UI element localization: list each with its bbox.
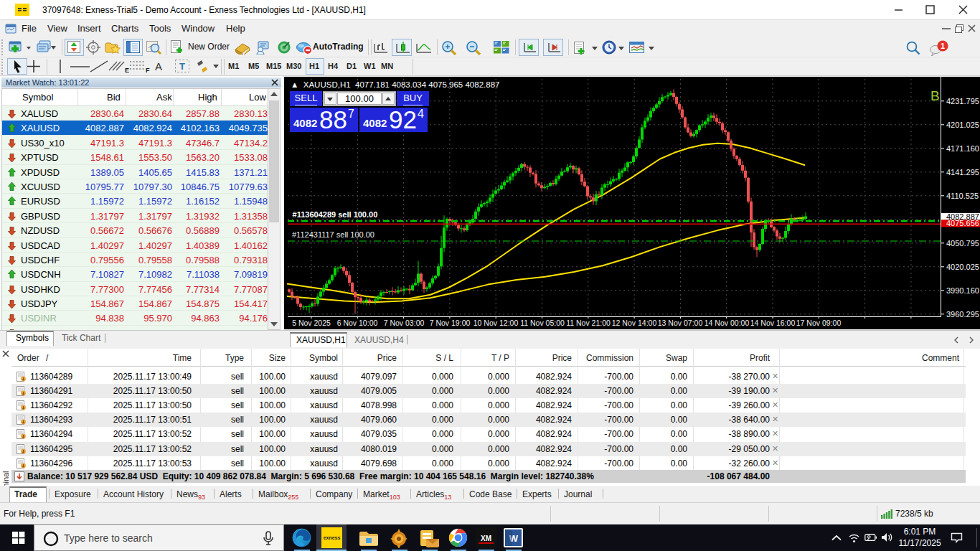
svg-text:4141.295: 4141.295: [946, 168, 979, 176]
svg-text:4110.525: 4110.525: [946, 192, 979, 200]
svg-text:4231.795: 4231.795: [946, 97, 979, 105]
svg-text:F: F: [146, 67, 150, 74]
svg-text:10 Nov 12:00: 10 Nov 12:00: [473, 319, 519, 327]
svg-text:5 Nov 2025: 5 Nov 2025: [292, 319, 331, 327]
svg-text:1: 1: [941, 42, 945, 50]
svg-text:4201.025: 4201.025: [946, 121, 979, 129]
svg-text:17 Nov 09:00: 17 Nov 09:00: [796, 319, 842, 327]
svg-text:▲ XAUUSD,H1 4077.181 4083.03: ▲ XAUUSD,H1 4077.181 4083.034 4075.965 4…: [291, 80, 499, 89]
svg-text:4020.025: 4020.025: [946, 263, 979, 271]
svg-text:4050.795: 4050.795: [946, 239, 979, 248]
svg-text:exness: exness: [324, 535, 341, 540]
svg-text:14 Nov 16:00: 14 Nov 16:00: [750, 319, 796, 327]
svg-text:B: B: [930, 88, 940, 103]
svg-text:#112431117 sell 100.00: #112431117 sell 100.00: [292, 230, 374, 239]
svg-text:11 Nov 21:00: 11 Nov 21:00: [566, 319, 611, 327]
svg-text:3990.160: 3990.160: [946, 286, 979, 295]
svg-text:6 Nov 10:00: 6 Nov 10:00: [337, 319, 378, 327]
svg-text:13 Nov 07:00: 13 Nov 07:00: [658, 319, 703, 327]
svg-text:12 Nov 14:00: 12 Nov 14:00: [612, 319, 657, 327]
svg-text:#113604289 sell 100.00: #113604289 sell 100.00: [293, 210, 378, 219]
svg-text:14 Nov 00:00: 14 Nov 00:00: [705, 319, 750, 327]
svg-text:4171.160: 4171.160: [946, 144, 979, 153]
svg-text:4075.656: 4075.656: [946, 219, 979, 227]
svg-text:7 Nov 03:00: 7 Nov 03:00: [384, 319, 425, 327]
svg-text:11 Nov 05:00: 11 Nov 05:00: [520, 319, 565, 327]
svg-text:7 Nov 19:00: 7 Nov 19:00: [430, 319, 471, 327]
svg-text:XM: XM: [481, 534, 491, 542]
svg-text:T: T: [179, 61, 185, 72]
svg-text:3960.295: 3960.295: [946, 310, 979, 319]
